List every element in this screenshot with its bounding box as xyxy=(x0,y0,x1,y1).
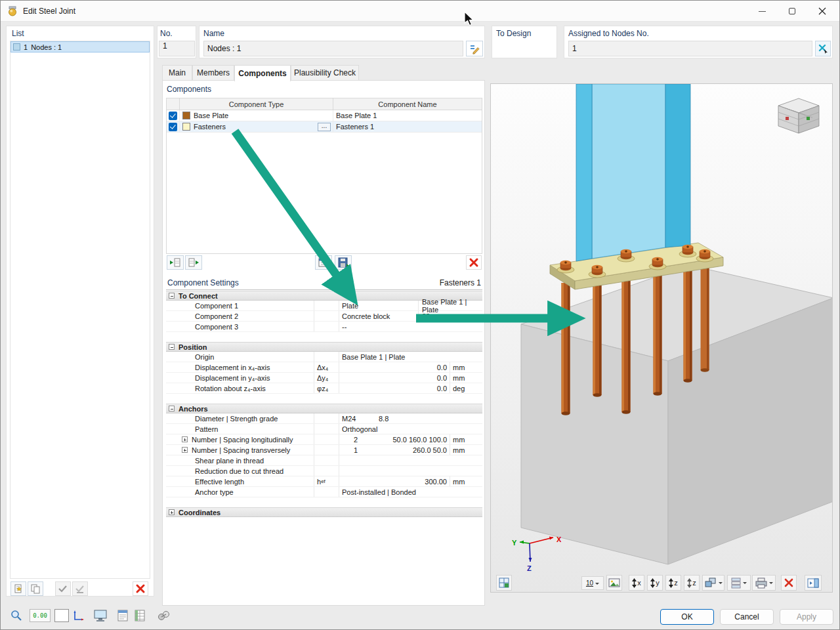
background-color-button[interactable] xyxy=(54,609,69,622)
precision-display[interactable]: 0.00 xyxy=(30,609,51,622)
expand-icon[interactable] xyxy=(182,436,188,442)
stop-render-button[interactable] xyxy=(781,575,797,591)
group-anchors[interactable]: Anchors xyxy=(166,404,482,413)
longitudinal-spacing[interactable]: 50.0 160.0 100.0 xyxy=(358,434,447,444)
row-origin[interactable]: Origin Base Plate 1 | Plate xyxy=(166,352,482,362)
component-row-base-plate[interactable]: Base Plate Base Plate 1 xyxy=(167,110,482,121)
find-joint-button[interactable] xyxy=(9,608,24,623)
display-options-button[interactable] xyxy=(496,575,512,591)
group-coordinates[interactable]: Coordinates xyxy=(166,507,482,517)
tab-members[interactable]: Members xyxy=(192,65,234,81)
transverse-count[interactable]: 1 xyxy=(339,445,358,455)
rotation-z-value[interactable]: 0.0 xyxy=(339,383,447,393)
delete-joint-button[interactable] xyxy=(133,581,148,596)
3d-viewport[interactable]: X Y Z 10 xyxy=(490,83,833,593)
longitudinal-count[interactable]: 2 xyxy=(339,434,358,444)
pattern-value[interactable]: Orthogonal xyxy=(342,424,377,434)
extent-x-button[interactable]: x xyxy=(629,575,644,591)
select-all-button[interactable] xyxy=(55,581,71,596)
minimize-button[interactable] xyxy=(747,1,776,21)
effective-length-value[interactable]: 300.00 xyxy=(339,476,447,486)
tab-main[interactable]: Main xyxy=(162,65,192,81)
fullscreen-button[interactable] xyxy=(93,608,108,623)
edit-name-button[interactable] xyxy=(466,41,483,56)
apply-button[interactable]: Apply xyxy=(780,609,833,625)
maximize-button[interactable] xyxy=(778,1,807,21)
coordinate-system-button[interactable] xyxy=(70,608,86,623)
row-spacing-longitudinal[interactable]: Number | Spacing longitudinally 2 50.0 1… xyxy=(166,434,482,445)
base-plate-checkbox[interactable] xyxy=(169,112,177,120)
component-library-button[interactable] xyxy=(315,255,332,270)
tab-components[interactable]: Components xyxy=(234,65,291,81)
tab-plausibility-check[interactable]: Plausibility Check xyxy=(291,65,359,81)
origin-value[interactable]: Base Plate 1 | Plate xyxy=(342,352,405,362)
strength-grade-value[interactable]: 8.8 xyxy=(379,413,388,423)
extent-z-button[interactable]: z xyxy=(665,575,681,591)
fasteners-browse-button[interactable]: ... xyxy=(318,123,331,131)
diameter-value[interactable]: M24 xyxy=(342,413,356,423)
new-joint-button[interactable] xyxy=(10,581,26,596)
remove-component-button[interactable] xyxy=(185,255,202,270)
extent-y-button[interactable]: y xyxy=(647,575,663,591)
anchor-type-value[interactable]: Post-installed | Bonded xyxy=(342,487,416,497)
ok-button[interactable]: OK xyxy=(660,609,714,625)
close-button[interactable] xyxy=(808,1,837,21)
collapse-icon[interactable] xyxy=(169,344,175,350)
expand-icon[interactable] xyxy=(182,447,188,453)
name-input[interactable] xyxy=(203,41,463,56)
report-button[interactable] xyxy=(115,608,131,623)
assigned-nodes-input[interactable] xyxy=(568,41,812,56)
component-3-value[interactable]: -- xyxy=(342,322,346,331)
expand-icon[interactable] xyxy=(169,509,175,515)
view-dropdown[interactable] xyxy=(727,575,751,591)
component-1-value[interactable]: Plate xyxy=(342,301,358,310)
header-component-name[interactable]: Component Name xyxy=(333,98,482,110)
displacement-y-value[interactable]: 0.0 xyxy=(339,373,447,383)
snapshot-button[interactable] xyxy=(606,575,622,591)
table-report-button[interactable] xyxy=(132,608,148,623)
group-position[interactable]: Position xyxy=(166,342,482,352)
row-component-3[interactable]: Component 3 -- xyxy=(166,322,482,332)
row-reduction-cut-thread[interactable]: Reduction due to cut thread xyxy=(166,466,482,476)
row-rotation-z[interactable]: Rotation about z₄-axis φz₄ 0.0 deg xyxy=(166,383,482,394)
row-component-1[interactable]: Component 1 Plate Base Plate 1 | Plate xyxy=(166,301,482,311)
row-diameter-grade[interactable]: Diameter | Strength grade M24 8.8 xyxy=(166,413,482,424)
row-anchor-type[interactable]: Anchor type Post-installed | Bonded xyxy=(166,487,482,497)
row-shear-plane[interactable]: Shear plane in thread xyxy=(166,455,482,466)
delete-icon xyxy=(469,257,479,268)
joint-settings-button[interactable] xyxy=(156,608,171,623)
cancel-button[interactable]: Cancel xyxy=(720,609,774,625)
list-header: List xyxy=(12,29,24,38)
save-component-button[interactable] xyxy=(335,255,352,270)
list-item-nodes-1[interactable]: 1 Nodes : 1 xyxy=(10,41,150,52)
delete-component-button[interactable] xyxy=(466,255,482,270)
extent-z2-button[interactable]: z xyxy=(684,575,700,591)
pick-nodes-button[interactable] xyxy=(815,41,831,56)
insert-component-button[interactable] xyxy=(167,255,184,270)
deselect-all-button[interactable] xyxy=(72,581,88,596)
row-component-2[interactable]: Component 2 Concrete block ?? xyxy=(166,311,482,322)
print-dropdown[interactable] xyxy=(752,575,776,591)
collapse-icon[interactable] xyxy=(169,406,175,411)
3d-viewport-scene[interactable]: X Y Z xyxy=(491,84,833,593)
visual-style-dropdown[interactable] xyxy=(702,575,724,591)
steel-column[interactable] xyxy=(576,84,690,261)
zoom-factor-dropdown[interactable]: 10 xyxy=(581,576,604,590)
dock-panel-button[interactable] xyxy=(805,575,822,591)
magnifier-icon xyxy=(10,609,23,622)
row-effective-length[interactable]: Effective length hef 300.00 mm xyxy=(166,476,482,487)
transverse-spacing[interactable]: 260.0 50.0 xyxy=(358,445,447,455)
header-component-type[interactable]: Component Type xyxy=(180,98,333,110)
no-field-card: No. 1 xyxy=(157,26,196,58)
displacement-x-value[interactable]: 0.0 xyxy=(339,362,447,372)
copy-joint-button[interactable] xyxy=(28,581,43,596)
component-row-fasteners[interactable]: Fasteners ... Fasteners 1 xyxy=(167,121,482,133)
navigation-cube[interactable] xyxy=(778,98,819,133)
row-pattern[interactable]: Pattern Orthogonal xyxy=(166,424,482,434)
collapse-icon[interactable] xyxy=(169,293,175,299)
fasteners-checkbox[interactable] xyxy=(169,123,177,131)
row-spacing-transverse[interactable]: Number | Spacing transversely 1 260.0 50… xyxy=(166,445,482,455)
row-displacement-x[interactable]: Displacement in x₄-axis Δx₄ 0.0 mm xyxy=(166,362,482,373)
row-displacement-y[interactable]: Displacement in y₄-axis Δy₄ 0.0 mm xyxy=(166,373,482,383)
component-2-value[interactable]: Concrete block xyxy=(342,311,390,321)
